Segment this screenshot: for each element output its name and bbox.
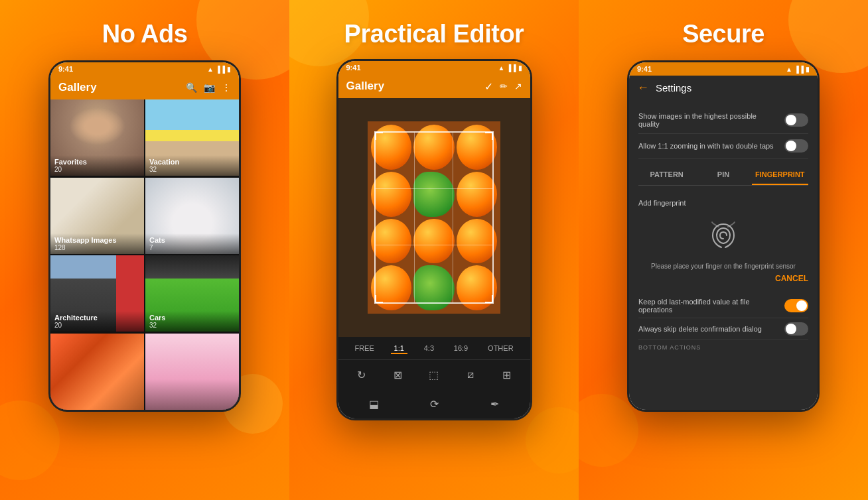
settings-row-zoom: Allow 1:1 zooming in with two double tap… (638, 134, 808, 158)
panel-secure: Secure 9:41 ▲ ▐▐ ▮ ← Settings Sh (579, 0, 868, 500)
grid-tool[interactable]: ⊞ (497, 365, 516, 384)
crop-corner-br (485, 295, 493, 303)
split-tool[interactable]: ⧄ (461, 365, 480, 384)
gallery-item-vacation[interactable]: Vacation 32 (145, 99, 239, 176)
gallery-item-cats[interactable]: Cats 7 (145, 178, 239, 254)
ratio-16-9[interactable]: 16:9 (451, 342, 471, 354)
status-icons-2: ▲ ▐▐ ▮ (498, 64, 522, 72)
signal-icon: ▐▐ (216, 66, 225, 73)
fingerprint-area: Add fingerprint Please place your finger… (638, 192, 808, 294)
wifi-icon-2: ▲ (498, 64, 504, 72)
fingerprint-instruction: Please place your finger on the fingerpr… (651, 263, 796, 270)
ratio-bar: FREE 1:1 4:3 16:9 OTHER (338, 337, 530, 359)
settings-row-quality: Show images in the highest possible qual… (638, 107, 808, 134)
edit-icon[interactable]: ✏ (500, 81, 508, 92)
security-tabs: PATTERN PIN FINGERPRINT (638, 165, 808, 186)
camera-icon[interactable]: 📷 (204, 82, 215, 93)
rotate-tool[interactable]: ↻ (352, 365, 371, 384)
crop-corner-bl (375, 295, 383, 303)
share-icon[interactable]: ↗ (514, 81, 522, 92)
gallery-item-favorites[interactable]: Favorites 20 (50, 99, 144, 176)
crop-overlay[interactable] (374, 131, 494, 304)
favorites-label: Favorites 20 (50, 155, 144, 176)
export-tool[interactable]: ⬓ (364, 395, 383, 413)
signal-icon-2: ▐▐ (506, 64, 516, 72)
status-icons-3: ▲ ▐▐ ▮ (786, 66, 810, 73)
crop-grid-h1 (376, 188, 492, 189)
gallery-grid: Favorites 20 Vacation 32 Whatsapp Images (50, 99, 239, 410)
tab-fingerprint[interactable]: FINGERPRINT (752, 165, 808, 185)
panel-2-heading: Practical Editor (344, 20, 524, 48)
zoom-toggle[interactable] (784, 139, 808, 153)
back-button[interactable]: ← (637, 81, 649, 95)
status-bar-1: 9:41 ▲ ▐▐ ▮ (50, 62, 239, 76)
zoom-setting-label: Allow 1:1 zooming in with two double tap… (638, 142, 784, 150)
editor-tools-1: ↻ ⊠ ⬚ ⧄ ⊞ (338, 359, 530, 389)
bottom-actions-label: BOTTOM ACTIONS (638, 340, 808, 352)
status-time-2: 9:41 (346, 64, 361, 72)
editor-gallery-title: Gallery (346, 80, 385, 93)
delete-toggle[interactable] (784, 322, 808, 336)
status-bar-2: 9:41 ▲ ▐▐ ▮ (338, 61, 530, 74)
toggle-knob-zoom (786, 141, 796, 151)
more-icon[interactable]: ⋮ (222, 82, 231, 93)
wifi-icon: ▲ (207, 66, 214, 73)
gallery-item-cars[interactable]: Cars 32 (145, 255, 239, 332)
phone-2-mockup: 9:41 ▲ ▐▐ ▮ Gallery ✓ ✏ ↗ (336, 59, 532, 420)
crop-grid-v2 (453, 133, 453, 302)
deco-blob (0, 401, 60, 480)
editor-app-bar-icons: ✓ ✏ ↗ (484, 80, 522, 93)
panel-editor: Practical Editor 9:41 ▲ ▐▐ ▮ Gallery ✓ ✏… (289, 0, 579, 500)
editor-tools-2: ⬓ ⟳ ✒ (338, 389, 530, 418)
deco-blob (579, 394, 638, 467)
ratio-4-3[interactable]: 4:3 (421, 342, 437, 354)
tab-pin[interactable]: PIN (695, 165, 751, 185)
toggle-knob-quality (786, 115, 796, 125)
cancel-button[interactable]: CANCEL (775, 270, 808, 287)
fingerprint-icon (707, 219, 740, 252)
crop-corner-tr (485, 132, 493, 140)
settings-app-bar: ← Settings (629, 76, 818, 100)
gallery-item-architecture[interactable]: Architecture 20 (50, 255, 144, 332)
rotate2-tool[interactable]: ⟳ (425, 395, 443, 413)
flip-tool[interactable]: ⊠ (388, 365, 407, 384)
ratio-other[interactable]: OTHER (484, 342, 517, 354)
battery-icon-3: ▮ (806, 66, 810, 73)
ratio-free[interactable]: FREE (351, 342, 377, 354)
crop-tool[interactable]: ⬚ (425, 365, 443, 384)
phone-1-mockup: 9:41 ▲ ▐▐ ▮ Gallery 🔍 📷 ⋮ (48, 60, 241, 412)
crop-grid-v1 (414, 133, 415, 302)
status-bar-3: 9:41 ▲ ▐▐ ▮ (629, 62, 818, 76)
ratio-1-1[interactable]: 1:1 (391, 342, 407, 354)
search-icon[interactable]: 🔍 (186, 82, 197, 93)
gallery-app-bar-icons: 🔍 📷 ⋮ (186, 82, 231, 93)
cars-label: Cars 32 (145, 311, 239, 332)
quality-toggle[interactable] (784, 113, 808, 127)
panel-1-heading: No Ads (102, 20, 188, 48)
toggle-knob-delete (786, 324, 796, 334)
deco-blob (526, 407, 579, 473)
status-time-3: 9:41 (637, 65, 652, 73)
gallery-app-bar: Gallery 🔍 📷 ⋮ (50, 76, 239, 99)
gallery-title-1: Gallery (58, 81, 97, 94)
status-icons-1: ▲ ▐▐ ▮ (207, 66, 231, 73)
delete-label: Always skip delete confirmation dialog (638, 325, 784, 333)
whatsapp-label: Whatsapp Images 128 (50, 233, 144, 254)
toggle-knob-file (796, 300, 807, 311)
gallery-item-art[interactable] (50, 334, 144, 410)
crop-corner-tl (375, 132, 383, 140)
signal-icon-3: ▐▐ (794, 66, 804, 73)
quality-setting-label: Show images in the highest possible qual… (638, 112, 784, 128)
draw-tool[interactable]: ✒ (485, 395, 504, 413)
status-time-1: 9:41 (58, 65, 73, 73)
check-icon[interactable]: ✓ (484, 80, 493, 93)
gallery-item-whatsapp[interactable]: Whatsapp Images 128 (50, 178, 144, 254)
cherry-thumb (145, 334, 239, 410)
battery-icon-2: ▮ (518, 64, 522, 72)
file-ops-toggle[interactable] (784, 299, 808, 312)
cats-label: Cats 7 (145, 233, 239, 254)
art-thumb (50, 334, 144, 410)
add-fingerprint-label: Add fingerprint (638, 199, 686, 207)
tab-pattern[interactable]: PATTERN (638, 165, 695, 185)
gallery-item-cherry[interactable] (145, 334, 239, 410)
